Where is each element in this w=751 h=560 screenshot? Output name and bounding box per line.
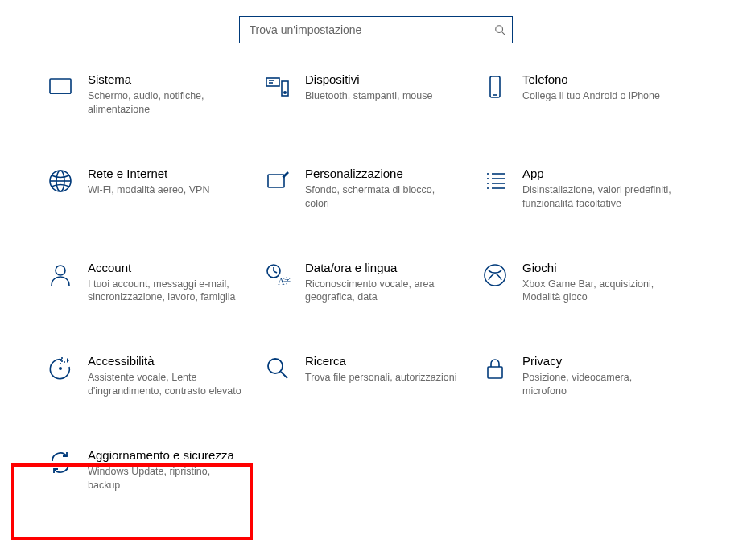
- category-desc: Trova file personali, autorizzazioni: [305, 371, 476, 385]
- settings-grid: Sistema Schermo, audio, notifiche, alime…: [44, 68, 696, 497]
- svg-text:字: 字: [283, 277, 291, 285]
- category-desc: Windows Update, ripristino, backup: [88, 465, 258, 492]
- category-desc: Xbox Game Bar, acquisizioni, Modalità gi…: [522, 278, 693, 305]
- category-desc: Collega il tuo Android o iPhone: [522, 89, 693, 103]
- gaming-icon: [482, 262, 508, 288]
- svg-rect-4: [266, 78, 279, 86]
- category-title: Dispositivi: [305, 72, 476, 87]
- category-desc: Riconoscimento vocale, area geografica, …: [305, 278, 476, 305]
- category-title: Rete e Internet: [88, 167, 258, 181]
- category-privacy[interactable]: Privacy Posizione, videocamera, microfon…: [479, 349, 696, 403]
- category-desc: Disinstallazione, valori predefiniti, fu…: [522, 183, 693, 211]
- svg-rect-9: [490, 76, 500, 97]
- category-time-language[interactable]: A 字 Data/ora e lingua Riconoscimento voc…: [262, 256, 479, 310]
- search-icon: [494, 24, 505, 35]
- privacy-icon: [482, 356, 508, 381]
- category-accounts[interactable]: Account I tuoi account, messaggi e-mail,…: [44, 256, 262, 310]
- category-desc: Bluetooth, stampanti, mouse: [305, 89, 476, 103]
- category-desc: Posizione, videocamera, microfono: [522, 371, 693, 398]
- accounts-icon: [47, 262, 73, 288]
- svg-rect-2: [50, 79, 71, 93]
- time-language-icon: A 字: [265, 262, 291, 288]
- category-desc: Sfondo, schermata di blocco, colori: [305, 183, 476, 211]
- svg-point-31: [59, 367, 62, 370]
- system-icon: [47, 74, 73, 100]
- svg-point-30: [485, 265, 505, 286]
- category-apps[interactable]: App Disinstallazione, valori predefiniti…: [479, 162, 696, 216]
- phone-icon: [482, 74, 508, 100]
- category-title: Ricerca: [305, 354, 476, 369]
- category-search[interactable]: Ricerca Trova file personali, autorizzaz…: [262, 349, 479, 403]
- svg-point-0: [495, 26, 502, 33]
- ease-of-access-icon: [47, 356, 73, 381]
- category-title: Telefono: [522, 72, 693, 87]
- devices-icon: [265, 74, 291, 100]
- category-desc: Schermo, audio, notifiche, alimentazione: [88, 89, 258, 117]
- category-desc: Wi-Fi, modalità aereo, VPN: [88, 183, 258, 197]
- category-title: Sistema: [88, 72, 258, 87]
- svg-line-33: [281, 372, 287, 378]
- search-input[interactable]: [248, 23, 494, 37]
- category-devices[interactable]: Dispositivi Bluetooth, stampanti, mouse: [262, 68, 479, 121]
- category-desc: I tuoi account, messaggi e-mail, sincron…: [88, 278, 258, 305]
- svg-point-32: [268, 359, 283, 373]
- category-title: Account: [88, 261, 258, 275]
- category-personalization[interactable]: Personalizzazione Sfondo, schermata di b…: [262, 162, 479, 216]
- svg-line-1: [501, 32, 505, 35]
- svg-rect-14: [268, 175, 284, 187]
- apps-icon: [482, 168, 508, 194]
- category-title: Personalizzazione: [305, 167, 476, 181]
- svg-line-27: [274, 271, 277, 273]
- category-title: App: [522, 167, 693, 181]
- svg-rect-34: [488, 367, 502, 378]
- category-title: Aggiornamento e sicurezza: [88, 448, 258, 463]
- category-phone[interactable]: Telefono Collega il tuo Android o iPhone: [479, 68, 696, 121]
- network-icon: [47, 168, 73, 194]
- category-system[interactable]: Sistema Schermo, audio, notifiche, alime…: [44, 68, 262, 121]
- category-title: Giochi: [522, 261, 693, 275]
- category-ease-of-access[interactable]: Accessibilità Assistente vocale, Lente d…: [44, 349, 262, 403]
- category-title: Data/ora e lingua: [305, 261, 476, 275]
- search-category-icon: [265, 356, 291, 381]
- category-network[interactable]: Rete e Internet Wi-Fi, modalità aereo, V…: [44, 162, 262, 216]
- category-gaming[interactable]: Giochi Xbox Game Bar, acquisizioni, Moda…: [479, 256, 696, 310]
- search-box[interactable]: [239, 16, 513, 43]
- personalization-icon: [265, 168, 291, 194]
- svg-point-24: [56, 266, 65, 275]
- update-security-icon: [47, 450, 73, 476]
- category-title: Accessibilità: [88, 354, 258, 369]
- category-desc: Assistente vocale, Lente d'ingrandimento…: [88, 371, 258, 398]
- svg-point-6: [284, 92, 286, 93]
- category-update-security[interactable]: Aggiornamento e sicurezza Windows Update…: [44, 443, 262, 497]
- category-title: Privacy: [522, 354, 693, 369]
